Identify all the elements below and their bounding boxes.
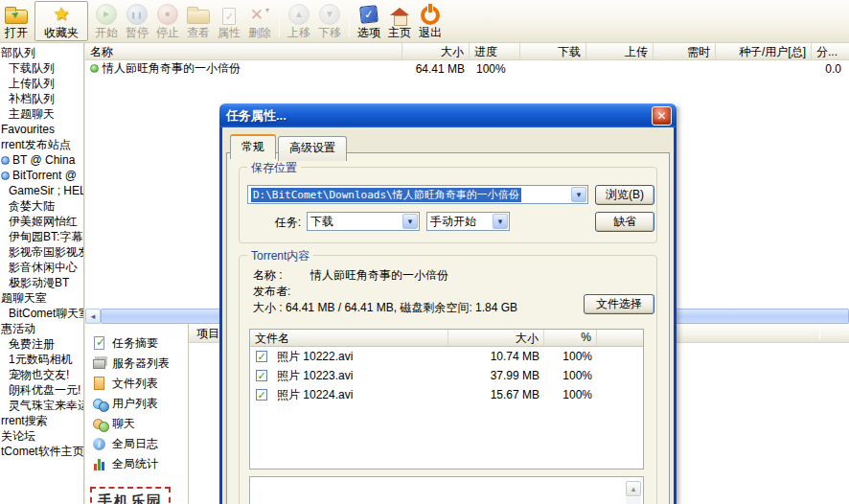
file-checkbox-checked[interactable]: ✓ [256, 370, 267, 381]
task-row[interactable]: 情人節旺角奇事的一小倍份 64.41 MB 100% 0.0 [85, 60, 849, 77]
category-tree: 部队列 下载队列 上传队列 补档队列 主题聊天 Favourites rrent… [0, 43, 84, 504]
tab-general[interactable]: 常规 [230, 134, 276, 159]
sidebar-item[interactable]: 影音休闲中心 [0, 260, 83, 275]
sidebar-item[interactable]: 补档队列 [0, 91, 83, 106]
detail-tab-global-log[interactable]: i 全局日志 [85, 434, 188, 454]
default-button[interactable]: 缺省 [595, 212, 654, 232]
scroll-left-button[interactable]: ◂ [85, 309, 101, 324]
open-button[interactable]: 打开 [1, 1, 32, 41]
start-button[interactable]: ▶ 开始 [91, 1, 122, 41]
view-button[interactable]: 查看 [183, 1, 214, 41]
sidebar-item[interactable]: 主题聊天 [0, 106, 83, 122]
file-row[interactable]: ✓ 照片 10222.avi 10.74 MB 100% [250, 347, 643, 366]
tab-advanced[interactable]: 高级设置 [278, 136, 347, 161]
dialog-titlebar[interactable]: 任务属性... ✕ [219, 103, 677, 127]
sidebar-item[interactable]: 伊美姬网怡红 [0, 214, 83, 229]
size-info: 大小 : 64.41 MB / 64.41 MB, 磁盘剩余空间: 1.84 G… [253, 300, 517, 316]
vertical-scrollbar-track[interactable] [626, 497, 641, 504]
scroll-up-button[interactable]: ▴ [626, 481, 641, 496]
file-icon [92, 376, 108, 392]
detail-tab-chat[interactable]: 聊天 [85, 414, 188, 434]
detail-tab-server-list[interactable]: 服务器列表 [85, 354, 188, 374]
sidebar-item[interactable]: 题聊天室 [0, 290, 83, 306]
column-header-upload[interactable]: 上传 [586, 43, 654, 59]
options-button[interactable]: ✓ 选项 [354, 1, 384, 41]
pause-button[interactable]: ❚❚ 暂停 [122, 1, 152, 41]
file-size: 15.67 MB [448, 388, 544, 401]
detail-tab-global-stats[interactable]: 全局统计 [85, 454, 188, 474]
sidebar-item[interactable]: 上传队列 [0, 76, 83, 91]
column-header-size[interactable]: 大小 [402, 43, 470, 59]
sidebar-item[interactable]: 惠活动 [0, 321, 83, 336]
task-type-combobox[interactable]: 下载 ▾ [307, 212, 420, 231]
properties-button[interactable]: 属性 [214, 1, 244, 41]
browse-button[interactable]: 浏览(B) [595, 185, 654, 205]
home-button[interactable]: 主页 [384, 1, 415, 41]
sidebar-item[interactable]: 关论坛 [0, 428, 83, 444]
detail-tab-user-list[interactable]: 用户列表 [85, 394, 188, 414]
detail-column-item[interactable]: 项目 [196, 327, 219, 340]
detail-tab-task-summary[interactable]: 任务摘要 [85, 333, 188, 354]
move-down-button[interactable]: ▼ 下移 [314, 1, 345, 41]
sidebar-item[interactable]: 贪婪大陆 [0, 198, 83, 214]
sidebar-item[interactable]: 伊甸园BT:字幕 [0, 229, 83, 244]
file-checkbox-checked[interactable]: ✓ [256, 389, 267, 401]
column-header-progress[interactable]: 进度 [470, 43, 520, 59]
sidebar-item[interactable]: rrent搜索 [0, 413, 83, 428]
sidebar-item[interactable]: 部队列 [0, 45, 83, 60]
file-name: 照片 10223.avi [272, 368, 448, 384]
sidebar-item[interactable]: BitTorrent @ [0, 168, 83, 183]
sidebar-item[interactable]: tComet软件主页 [0, 444, 83, 459]
column-header-download[interactable]: 下载 [520, 43, 586, 59]
comment-box[interactable]: ▴ [249, 476, 644, 504]
file-column-name[interactable]: 文件名 [250, 330, 448, 346]
column-header-seeds-peers[interactable]: 种子/用户[总] [716, 43, 812, 59]
torrent-content-group: Torrent内容 名称 : 情人節旺角奇事的一小倍份 发布者: 大小 : 64… [239, 255, 657, 504]
file-name: 照片 10222.avi [272, 349, 448, 365]
sidebar-item[interactable]: 极影动漫BT [0, 275, 83, 290]
combo-dropdown-icon[interactable]: ▾ [493, 214, 508, 229]
file-checkbox-checked[interactable]: ✓ [256, 351, 267, 362]
delete-button[interactable]: ✕ ▾ 删除 [244, 1, 275, 41]
sidebar-item[interactable]: 1元数码相机 [0, 352, 83, 367]
sidebar-item[interactable]: rrent发布站点 [0, 137, 83, 152]
close-button[interactable]: ✕ [652, 106, 672, 126]
sidebar-item[interactable]: 宠物也交友! [0, 367, 83, 382]
sidebar-item[interactable]: 灵气珠宝来幸运 [0, 398, 83, 413]
delete-dropdown-icon: ▾ [265, 6, 269, 14]
sidebar-item[interactable]: GameSir ; HEL [0, 183, 83, 198]
detail-tab-list: 任务摘要 服务器列表 文件列表 用户列表 聊天 i 全局日志 [85, 324, 189, 504]
detail-tab-file-list[interactable]: 文件列表 [85, 374, 188, 394]
file-percent: 100% [544, 369, 597, 382]
file-row[interactable]: ✓ 照片 10223.avi 37.99 MB 100% [250, 366, 643, 385]
file-select-button[interactable]: 文件选择 [584, 294, 654, 314]
sidebar-item[interactable]: Favourites [0, 122, 83, 137]
file-column-size[interactable]: 大小 [448, 330, 544, 346]
file-column-percent[interactable]: % [544, 330, 597, 346]
stop-button[interactable]: ■ 停止 [152, 1, 183, 41]
column-header-name[interactable]: 名称 [85, 43, 402, 59]
column-header-eta[interactable]: 需时 [654, 43, 716, 59]
arrow-down-icon: ▼ [319, 3, 340, 26]
sidebar-item[interactable]: BT @ China [0, 152, 83, 168]
move-up-button[interactable]: ▲ 上移 [284, 1, 314, 41]
favorites-button[interactable]: ★ 收藏夹 [34, 1, 88, 41]
save-path-combobox[interactable]: D:\BitComet\Downloads\情人節旺角奇事的一小倍份 ▾ [247, 185, 588, 204]
exit-button[interactable]: 退出 [415, 1, 446, 41]
combo-dropdown-icon[interactable]: ▾ [571, 187, 586, 202]
sidebar-item[interactable]: 免费注册 [0, 336, 83, 352]
sidebar-item[interactable]: 影视帝国影视发 [0, 244, 83, 260]
file-row[interactable]: ✓ 照片 10224.avi 15.67 MB 100% [250, 385, 643, 404]
combo-dropdown-icon[interactable]: ▾ [402, 214, 418, 229]
task-list-header: 名称 大小 进度 下载 上传 需时 种子/用户[总] 分... [85, 43, 849, 60]
sidebar-item[interactable]: BitComet聊天室 [0, 306, 83, 321]
file-table-header: 文件名 大小 % [250, 330, 643, 347]
name-label: 名称 : [253, 267, 283, 284]
promo-banner[interactable]: 手机乐园 [90, 487, 171, 504]
toolbar-separator [279, 5, 280, 37]
save-path-value: D:\BitComet\Downloads\情人節旺角奇事的一小倍份 [251, 188, 521, 202]
start-mode-combobox[interactable]: 手动开始 ▾ [426, 212, 510, 231]
sidebar-item[interactable]: 下载队列 [0, 60, 83, 76]
sidebar-item[interactable]: 朗科优盘一元! [0, 382, 83, 398]
column-header-share[interactable]: 分... [812, 43, 849, 59]
